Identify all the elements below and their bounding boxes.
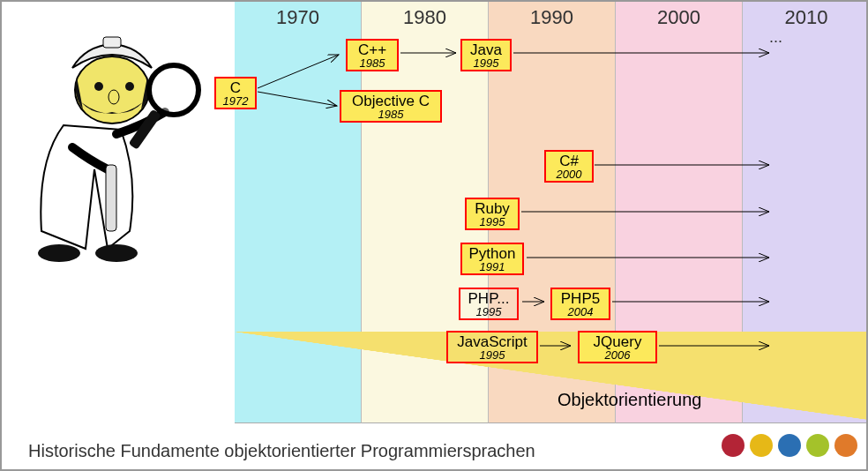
dot-5: [834, 434, 857, 457]
detective-illustration: [11, 28, 205, 266]
lang-jquery: JQuery2006: [578, 331, 657, 363]
brand-dots: [722, 434, 857, 457]
decade-label: 2000: [616, 2, 742, 29]
lang-csharp: C#2000: [544, 150, 594, 183]
lang-ruby: Ruby1995: [465, 198, 520, 230]
dot-2: [750, 434, 773, 457]
lang-cpp: C++1985: [346, 39, 399, 71]
decade-label: 1990: [489, 2, 615, 29]
svg-point-12: [95, 244, 138, 262]
lang-php5: PHP52004: [550, 288, 610, 320]
dot-4: [806, 434, 829, 457]
slide-title: Historische Fundamente objektorientierte…: [28, 441, 535, 461]
dot-3: [778, 434, 801, 457]
decade-label: 1980: [362, 2, 488, 29]
lang-php: PHP...1995: [459, 288, 519, 320]
oop-label: Objektorientierung: [557, 390, 701, 410]
svg-rect-15: [103, 37, 121, 48]
oop-growth-triangle: [235, 332, 868, 420]
decade-label: 1970: [235, 2, 361, 29]
svg-point-17: [125, 82, 134, 91]
timeline-continues-ellipsis: ...: [769, 28, 782, 47]
decade-label: 2010: [743, 2, 868, 29]
svg-point-19: [149, 65, 198, 115]
svg-point-18: [108, 90, 119, 104]
svg-point-16: [94, 82, 103, 91]
lang-objc: Objective C1985: [340, 90, 442, 123]
svg-rect-13: [106, 165, 116, 231]
lang-python: Python1991: [460, 243, 524, 275]
lang-java: Java1995: [460, 39, 512, 71]
lang-javascript: JavaScript1995: [446, 331, 538, 363]
svg-point-11: [38, 244, 80, 262]
lang-c: C1972: [214, 77, 257, 109]
dot-1: [722, 434, 745, 457]
